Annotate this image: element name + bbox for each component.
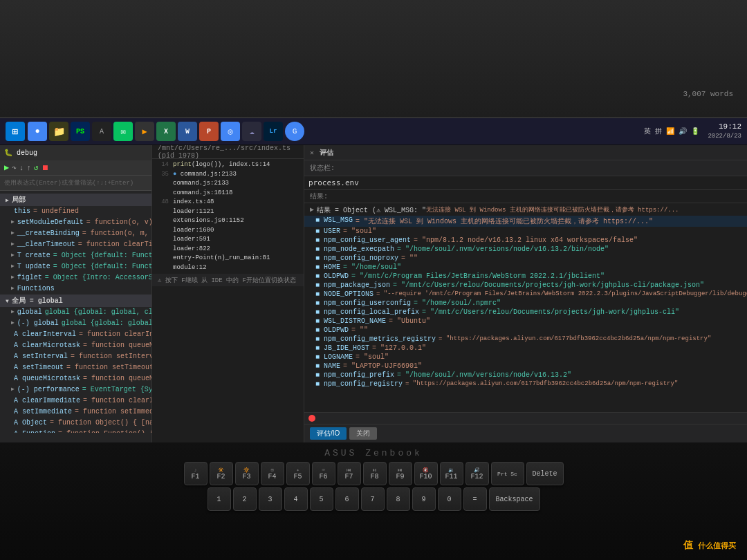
key-f1[interactable]: ♪F1 <box>184 462 208 485</box>
evaluate-button[interactable]: 评估/IO <box>310 427 347 440</box>
tray-lang[interactable]: 英 <box>644 127 651 136</box>
var-global2[interactable]: ▶ (-) global global {global: global, cle… <box>0 318 151 329</box>
step-over-btn[interactable]: ↷ <box>12 163 17 172</box>
result-oldpwd[interactable]: ■ OLDPWD = "/mnt/c/Program Files/JetBrai… <box>304 272 747 281</box>
result-user[interactable]: ■ USER = "soul" <box>304 227 747 236</box>
key-f6[interactable]: ⌨F6 <box>312 462 335 485</box>
taskbar-excel[interactable]: X <box>156 122 176 141</box>
var-createbinding[interactable]: ▶ __createBinding = function(o, m, k, k2… <box>0 228 151 239</box>
key-f10[interactable]: 🔇F10 <box>414 462 438 485</box>
windows-start-button[interactable]: ⊞ <box>6 122 25 141</box>
result-home[interactable]: ■ HOME = "/home/soul" <box>304 263 747 272</box>
var-setimmediate[interactable]: A setImmediate = function setImmediate(c… <box>0 407 151 418</box>
key-prtsc[interactable]: Prt Sc <box>491 462 524 485</box>
key-6[interactable]: 6 <box>335 487 359 511</box>
key-0[interactable]: 0 <box>438 487 461 511</box>
var-queuemicrotask[interactable]: A queueMicrotask = function queueMicrota… <box>0 373 151 384</box>
tray-battery[interactable]: 🔋 <box>691 127 699 136</box>
key-equals[interactable]: = <box>463 487 487 511</box>
var-setinterval[interactable]: A setInterval = function setInterval(cal… <box>0 351 151 362</box>
taskbar-word[interactable]: W <box>178 122 197 141</box>
key-9[interactable]: 9 <box>412 487 436 511</box>
restart-btn[interactable]: ↺ <box>34 163 39 172</box>
taskbar-chrome2[interactable]: G <box>285 122 304 141</box>
result-noproxy[interactable]: ■ npm_config_noproxy = "" <box>304 254 747 263</box>
key-8[interactable]: 8 <box>387 487 410 511</box>
key-f2[interactable]: 🔅F2 <box>210 462 233 485</box>
taskbar-wechat[interactable]: ✉ <box>113 122 133 141</box>
result-name[interactable]: ■ NAME = "LAPTOP-UJF66901" <box>304 362 747 371</box>
var-value: = undefined <box>33 207 79 216</box>
var-update[interactable]: ▶ T update = Object {default: Function, … <box>0 261 151 272</box>
section-global[interactable]: ▼ 全局 = global <box>0 295 151 307</box>
var-functions[interactable]: ▶ Functions <box>0 283 151 295</box>
step-out-btn[interactable]: ↑ <box>26 164 31 172</box>
result-npm-agent[interactable]: ■ npm_config_user_agent = "npm/8.1.2 nod… <box>304 236 747 245</box>
key-4[interactable]: 4 <box>284 487 308 511</box>
tray-pinyin[interactable]: 拼 <box>655 127 662 136</box>
continue-btn[interactable]: ▶ <box>4 162 9 173</box>
result-metrics-registry[interactable]: ■ npm_config_metrics_registry = "https:/… <box>304 335 747 344</box>
taskbar-lightroom[interactable]: Lr <box>264 122 283 141</box>
taskbar-powerpoint[interactable]: P <box>199 122 219 141</box>
var-cleartimeout[interactable]: ▶ __clearTimeout = function clearTimeout… <box>0 239 151 250</box>
apply-button[interactable]: 关闭 <box>349 427 377 440</box>
key-delete[interactable]: Delete <box>526 462 564 485</box>
step-in-btn[interactable]: ↓ <box>19 164 24 172</box>
taskbar-folder[interactable]: 📁 <box>49 122 68 141</box>
result-npm-registry[interactable]: ■ npm_config_registry = "https://package… <box>304 380 747 389</box>
key-f12[interactable]: 🔊F12 <box>465 462 489 485</box>
key-f9[interactable]: ⏭F9 <box>389 462 412 485</box>
var-clearinterval[interactable]: A clearInterval = function clearInterval… <box>0 329 151 340</box>
var-performance[interactable]: ▶ (-) performance = EventTarget {Symbol(… <box>0 384 151 395</box>
var-setmoduledefault[interactable]: ▶ setModuleDefault = function(o, v) { <box>0 217 151 228</box>
result-node-execpath[interactable]: ■ npm_node_execpath = "/home/soul/.nvm/v… <box>304 245 747 254</box>
taskbar-app6[interactable]: ▶ <box>135 122 154 141</box>
taskbar-app4[interactable]: A <box>92 122 111 141</box>
section-local[interactable]: ▶ 局部 <box>0 194 151 206</box>
result-node-options[interactable]: ■ NODE_OPTIONS = "--require '/mnt/c/Prog… <box>304 290 747 299</box>
result-jb-host[interactable]: ■ JB_IDE_HOST = "127.0.0.1" <box>304 344 747 353</box>
var-create[interactable]: ▶ T create = Object {default: Function, … <box>0 250 151 261</box>
key-f7[interactable]: ⏮F7 <box>338 462 361 485</box>
var-settimeout[interactable]: A setTimeout = function setTimeout(callb… <box>0 362 151 373</box>
tray-wifi[interactable]: 📶 <box>666 127 674 136</box>
key-f11[interactable]: 🔉F11 <box>440 462 463 485</box>
key-f4[interactable]: ⊞F4 <box>261 462 284 485</box>
tray-volume[interactable]: 🔊 <box>679 127 687 136</box>
stop-btn[interactable]: ⏹ <box>42 163 49 172</box>
result-npm-prefix[interactable]: ■ npm_config_prefix = "/home/soul/.nvm/v… <box>304 371 747 380</box>
var-global1[interactable]: ▶ global global {global: global, clearIn… <box>0 307 151 318</box>
eval-input[interactable] <box>308 178 747 187</box>
key-backspace[interactable]: Backspace <box>489 487 540 511</box>
taskbar: ⊞ ● 📁 PS A ✉ ▶ X W P ◎ ☁ Lr G 英 拼 📶 🔊 🔋 … <box>0 118 747 145</box>
taskbar-chrome[interactable]: ● <box>28 122 47 141</box>
key-3[interactable]: 3 <box>259 487 282 511</box>
var-clearimmediate[interactable]: A clearImmediate = function clearImmedia… <box>0 395 151 407</box>
key-f3[interactable]: 🔆F3 <box>235 462 259 485</box>
key-f5[interactable]: ✦F5 <box>286 462 310 485</box>
result-userconfig[interactable]: ■ npm_config_userconfig = "/home/soul/.n… <box>304 299 747 308</box>
result-distro-name[interactable]: ■ WSL_DISTRO_NAME = "Ubuntu" <box>304 317 747 326</box>
result-logname[interactable]: ■ LOGNAME = "soul" <box>304 353 747 362</box>
key-2[interactable]: 2 <box>233 487 257 511</box>
var-this[interactable]: this = undefined <box>0 206 151 217</box>
result-local-prefix[interactable]: ■ npm_config_local_prefix = "/mnt/c/User… <box>304 308 747 317</box>
result-wsl-msg[interactable]: ■ WSL_MSG = "无法连接 WSL 到 Windows 主机的网络连接可… <box>304 216 747 227</box>
var-object[interactable]: A Object = function Object() { [native c… <box>0 418 151 429</box>
var-figlet[interactable]: ▶ figlet = Object {Intro: AccessorSync, … <box>0 272 151 283</box>
var-function[interactable]: A Function = function Function() { [nati… <box>0 429 151 433</box>
key-5[interactable]: 5 <box>310 487 333 511</box>
var-clearmicrotask[interactable]: A clearMicrotask = function queueMicrota… <box>0 340 151 351</box>
result-root[interactable]: ▶ 结果 = Object (⚠ WSL_MSG: " 无法连接 WSL 到 W… <box>304 205 747 216</box>
key-f8[interactable]: ⏯F8 <box>363 462 387 485</box>
result-package-json[interactable]: ■ npm_package_json = "/mnt/c/Users/relou… <box>304 281 747 290</box>
taskbar-terminal[interactable]: PS <box>71 122 90 141</box>
variables-panel: ▶ 局部 this = undefined ▶ setModuleDefault… <box>0 191 151 433</box>
taskbar-cloud[interactable]: ☁ <box>242 122 261 141</box>
key-7[interactable]: 7 <box>361 487 385 511</box>
result-oldpwd2[interactable]: ■ OLDPWD = "" <box>304 326 747 335</box>
taskbar-maps[interactable]: ◎ <box>221 122 240 141</box>
key-1[interactable]: 1 <box>208 487 231 511</box>
eval-close-icon[interactable]: ✕ <box>310 149 314 157</box>
